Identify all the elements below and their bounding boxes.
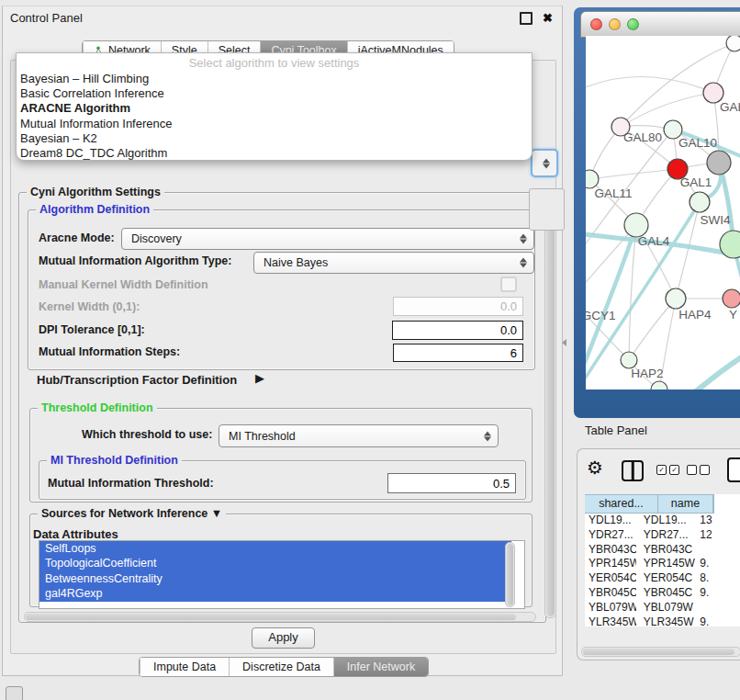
column-header[interactable]: [713, 494, 714, 514]
dpi-tolerance-input[interactable]: [392, 321, 523, 340]
attribute-item[interactable]: SelfLoops: [39, 541, 511, 556]
table-row[interactable]: YDL19... YDL19... 13: [585, 514, 740, 528]
gear-icon[interactable]: ⚙: [587, 457, 603, 478]
bottom-tab[interactable]: Discretize Data: [229, 658, 333, 676]
split-pane-collapse-icon[interactable]: [562, 339, 566, 346]
table-hscrollbar[interactable]: [581, 647, 740, 657]
combo-stepper-icon: [520, 233, 527, 245]
apply-button[interactable]: Apply: [252, 627, 315, 649]
cell-name: YDL19...: [636, 514, 696, 528]
node-label: GAL10: [678, 136, 717, 150]
minimize-traffic-icon[interactable]: [609, 18, 621, 30]
cell-name: YPR145W: [636, 557, 696, 571]
network-node[interactable]: [726, 36, 740, 51]
which-threshold-label: Which threshold to use:: [82, 428, 212, 441]
network-node-y[interactable]: [723, 289, 740, 308]
unchecked-checkbox-icon: [687, 465, 697, 475]
algorithm-option[interactable]: Dream8 DC_TDC Algorithm: [19, 146, 529, 161]
column-header[interactable]: name: [658, 494, 713, 514]
bottom-tab[interactable]: Impute Data: [140, 658, 229, 676]
attributes-list-scrollbar[interactable]: [505, 542, 515, 607]
attribute-item[interactable]: TopologicalCoefficient: [39, 556, 511, 570]
table-rows: YDL19... YDL19... 13 YDR27... YDR27... 1…: [585, 514, 740, 627]
which-threshold-select[interactable]: MI Threshold: [219, 424, 499, 447]
columns-icon[interactable]: [622, 460, 644, 481]
mi-threshold-input[interactable]: [387, 473, 516, 493]
cell-shared-name: YER054C: [585, 571, 636, 586]
kernel-width-input[interactable]: [393, 297, 523, 316]
panel-icon[interactable]: [727, 457, 740, 482]
algorithm-option[interactable]: Bayesian – Hill Climbing: [19, 72, 529, 86]
group-title: MI Threshold Definition: [47, 454, 182, 467]
network-edge: [621, 93, 713, 127]
minimized-panel-icon[interactable]: [6, 686, 23, 700]
manual-kernel-checkbox[interactable]: [500, 277, 517, 292]
attribute-item[interactable]: gal4RGexp: [39, 586, 511, 601]
cell-value: 8.: [696, 571, 740, 586]
algorithm-option[interactable]: Basic Correlation Inference: [19, 86, 529, 101]
table-row[interactable]: YBL079W YBL079W: [585, 601, 740, 615]
unchecked-checkbox-icon: [700, 465, 710, 475]
table-row[interactable]: YLR345W YLR345W 9.: [585, 615, 740, 627]
which-threshold-value: MI Threshold: [229, 430, 296, 443]
bottom-tab[interactable]: Infer Network: [333, 658, 428, 676]
select-none-icon[interactable]: [687, 465, 710, 475]
node-label: Y: [729, 308, 737, 322]
node-label: GCY1: [586, 309, 615, 322]
zoom-traffic-icon[interactable]: [627, 18, 639, 30]
popup-placeholder: Select algorithm to view settings: [17, 56, 532, 70]
settings-scrollbar[interactable]: [544, 194, 556, 618]
cell-name: YDR27...: [636, 528, 696, 543]
tab-label: Discretize Data: [242, 660, 320, 673]
table-panel: ⚙ ✓ ✓ shared... name: [577, 448, 740, 660]
float-panel-icon[interactable]: [520, 12, 533, 25]
algorithm-option[interactable]: ARACNE Algorithm: [19, 101, 529, 116]
cell-value: [696, 601, 740, 615]
group-title: Sources for Network Inference ▼: [38, 507, 226, 520]
table-row[interactable]: YBR043C YBR043C: [585, 543, 740, 558]
control-panel-titlebar: Control Panel ✖: [3, 6, 562, 28]
network-edge: [629, 299, 676, 360]
tab-label: Impute Data: [153, 660, 216, 673]
network-node-gal11[interactable]: [586, 170, 599, 188]
mi-threshold-label: Mutual Information Threshold:: [48, 477, 214, 490]
network-canvas[interactable]: GALGAL80GAL10GAL1GAL11SWI4GAL4GCY1HAP4YH…: [586, 36, 740, 390]
close-icon[interactable]: ✖: [543, 13, 553, 24]
collapse-arrow-icon[interactable]: ▼: [211, 507, 222, 520]
settings-hscrollbar[interactable]: [24, 612, 536, 622]
node-label: GAL80: [623, 130, 662, 144]
network-node-hap4[interactable]: [666, 288, 686, 309]
screen: Control Panel ✖ Net: [0, 0, 740, 700]
group-title: Algorithm Definition: [36, 203, 153, 216]
cell-shared-name: YBL079W: [585, 601, 636, 615]
cell-value: [696, 543, 740, 558]
aracne-mode-value: Discovery: [131, 232, 182, 245]
network-window-titlebar[interactable]: [580, 11, 740, 38]
attribute-item[interactable]: BetweennessCentrality: [39, 571, 511, 586]
mi-algorithm-type-select[interactable]: Naive Bayes: [253, 252, 534, 274]
node-label: HAP4: [678, 308, 712, 322]
network-node[interactable]: [651, 381, 667, 390]
cell-shared-name: YDR27...: [585, 528, 636, 543]
network-node-swi4[interactable]: [690, 192, 710, 212]
aracne-mode-label: Aracne Mode:: [39, 231, 115, 244]
mi-type-value: Naive Bayes: [263, 256, 328, 269]
close-traffic-icon[interactable]: [590, 18, 602, 30]
table-row[interactable]: YPR145W YPR145W 9.: [585, 557, 740, 571]
column-header[interactable]: shared...: [585, 494, 658, 514]
table-row[interactable]: YER054C YER054C 8.: [585, 571, 740, 586]
network-node[interactable]: [707, 151, 731, 175]
cyni-bottom-tabs: Impute Data Discretize Data Infer Networ…: [139, 657, 429, 677]
table-row[interactable]: YBR045C YBR045C 9.: [585, 586, 740, 601]
algorithm-option[interactable]: Bayesian – K2: [19, 131, 529, 146]
aracne-mode-select[interactable]: Discovery: [121, 228, 534, 250]
network-svg: GALGAL80GAL10GAL1GAL11SWI4GAL4GCY1HAP4YH…: [586, 36, 740, 390]
kernel-width-label: Kernel Width (0,1):: [39, 300, 140, 313]
expand-arrow-icon[interactable]: ▶: [255, 371, 264, 385]
mi-steps-input[interactable]: [393, 344, 523, 362]
select-all-icon[interactable]: ✓ ✓: [656, 465, 679, 475]
table-row[interactable]: YDR27... YDR27... 12: [585, 528, 740, 543]
algorithm-option[interactable]: Mutual Information Inference: [19, 117, 529, 131]
cell-shared-name: YBR045C: [585, 586, 636, 601]
table-headers: shared... name: [585, 494, 740, 514]
